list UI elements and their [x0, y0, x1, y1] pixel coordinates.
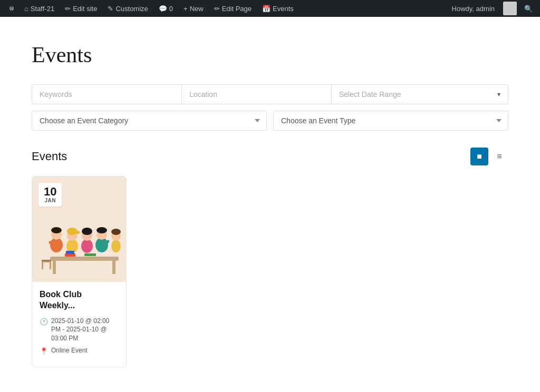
event-date-day: 10 — [44, 186, 56, 198]
comments-count: 0 — [169, 5, 173, 13]
adminbar-customize[interactable]: ✎ Customize — [102, 0, 153, 17]
event-card-body: Book Club Weekly... 🕐 2025-01-10 @ 02:00… — [32, 282, 126, 367]
event-type-select[interactable]: Choose an Event Type — [273, 111, 508, 131]
svg-rect-1 — [53, 261, 56, 274]
search-button[interactable]: 🔍 — [521, 1, 536, 16]
event-illustration — [32, 208, 126, 282]
event-category-select[interactable]: Choose an Event Category — [32, 111, 267, 131]
svg-point-10 — [75, 231, 80, 234]
svg-point-18 — [111, 240, 121, 252]
svg-point-11 — [81, 239, 93, 253]
event-title: Book Club Weekly... — [40, 289, 119, 311]
date-range-label: Select Date Range — [339, 90, 401, 99]
list-view-button[interactable]: ≡ — [490, 148, 508, 165]
adminbar-new[interactable]: + New — [178, 0, 209, 17]
date-range-arrow-icon: ▾ — [497, 91, 500, 98]
svg-point-16 — [97, 227, 107, 233]
site-label: Staff-21 — [31, 5, 54, 13]
edit-site-label: Edit site — [73, 5, 97, 13]
events-nav-icon: 📅 — [262, 5, 271, 13]
filter-row-category-type: Choose an Event Category Choose an Event… — [32, 111, 508, 131]
event-card-image: 10 JAN — [32, 177, 126, 282]
page-title: Events — [32, 42, 508, 67]
edit-site-icon: ✏ — [65, 5, 71, 13]
svg-rect-22 — [66, 251, 74, 254]
filter-row-keywords-location-date: Select Date Range ▾ — [32, 84, 508, 104]
adminbar-edit-site[interactable]: ✏ Edit site — [60, 0, 102, 17]
edit-page-icon: ✏ — [214, 5, 220, 13]
clock-icon: 🕐 — [40, 317, 48, 327]
events-section-header: Events ■ ≡ — [32, 148, 508, 165]
svg-point-13 — [82, 228, 92, 235]
page-content: Events Select Date Range ▾ Choose an Eve… — [0, 17, 540, 392]
comments-icon: 💬 — [159, 5, 167, 13]
location-pin-icon: 📍 — [40, 347, 48, 356]
customize-label: Customize — [115, 5, 148, 13]
event-date-badge: 10 JAN — [38, 183, 62, 207]
adminbar-site[interactable]: ⌂ Staff-21 — [19, 0, 60, 17]
howdy-text: Howdy, admin — [448, 5, 499, 13]
keywords-input[interactable] — [32, 85, 182, 104]
event-card-book-club[interactable]: 10 JAN — [32, 176, 127, 367]
date-range-picker[interactable]: Select Date Range ▾ — [332, 85, 508, 104]
new-label: New — [190, 5, 204, 13]
wp-logo[interactable] — [4, 1, 19, 16]
event-datetime-text: 2025-01-10 @ 02:00 PM - 2025-01-10 @ 03:… — [51, 317, 119, 343]
list-icon: ≡ — [497, 152, 502, 161]
events-grid: 10 JAN — [32, 176, 508, 367]
adminbar-edit-page[interactable]: ✏ Edit Page — [209, 0, 257, 17]
event-location-text: Online Event — [51, 346, 88, 355]
grid-view-button[interactable]: ■ — [470, 148, 488, 165]
site-icon: ⌂ — [24, 5, 28, 13]
events-section-title: Events — [32, 150, 67, 163]
event-date-month: JAN — [44, 198, 56, 203]
svg-rect-27 — [42, 260, 51, 261]
view-toggles: ■ ≡ — [470, 148, 508, 165]
customize-icon: ✎ — [108, 5, 113, 13]
events-nav-label: Events — [273, 5, 294, 13]
event-datetime: 🕐 2025-01-10 @ 02:00 PM - 2025-01-10 @ 0… — [40, 317, 119, 343]
svg-point-5 — [51, 227, 62, 233]
event-location: 📍 Online Event — [40, 346, 119, 356]
grid-icon: ■ — [477, 152, 482, 161]
svg-point-20 — [111, 229, 121, 235]
svg-rect-23 — [84, 253, 96, 256]
avatar[interactable] — [503, 2, 517, 15]
adminbar-events[interactable]: 📅 Events — [257, 0, 299, 17]
new-icon: + — [184, 5, 188, 13]
edit-page-label: Edit Page — [222, 5, 252, 13]
svg-rect-2 — [112, 261, 115, 274]
admin-bar: ⌂ Staff-21 ✏ Edit site ✎ Customize 💬 0 +… — [0, 0, 540, 17]
adminbar-comments[interactable]: 💬 0 — [153, 0, 178, 17]
location-input[interactable] — [182, 85, 332, 104]
svg-rect-0 — [50, 257, 119, 261]
